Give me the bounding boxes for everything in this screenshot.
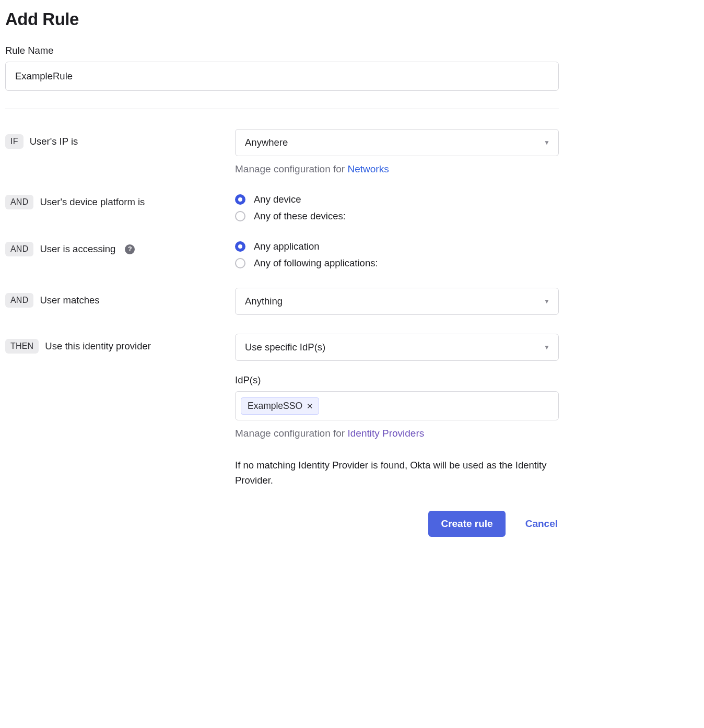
radio-app-specific-label: Any of following applications:	[254, 257, 378, 269]
cancel-button[interactable]: Cancel	[524, 511, 559, 537]
rule-name-label: Rule Name	[5, 45, 559, 56]
tag-then: THEN	[5, 339, 39, 354]
ip-hint: Manage configuration for Networks	[235, 163, 559, 175]
matches-select-value: Anything	[245, 296, 283, 307]
networks-link[interactable]: Networks	[347, 163, 389, 174]
idp-mode-select[interactable]: Use specific IdP(s) ▼	[235, 334, 559, 361]
radio-app-any-label: Any application	[254, 241, 319, 252]
close-icon[interactable]: ✕	[307, 402, 313, 410]
page-title: Add Rule	[5, 9, 559, 29]
idp-hint: Manage configuration for Identity Provid…	[235, 428, 559, 439]
rule-name-input[interactable]	[5, 62, 559, 91]
ip-select-value: Anywhere	[245, 137, 288, 148]
tag-if: IF	[5, 134, 24, 149]
idps-input[interactable]: ExampleSSO ✕	[235, 391, 559, 420]
tag-and-accessing: AND	[5, 242, 33, 256]
condition-ip-label: User's IP is	[30, 136, 78, 147]
radio-device-specific-label: Any of these devices:	[254, 210, 346, 222]
radio-app-specific[interactable]	[235, 258, 245, 268]
identity-providers-link[interactable]: Identity Providers	[347, 428, 424, 439]
radio-app-any[interactable]	[235, 241, 245, 252]
radio-device-any[interactable]	[235, 194, 245, 205]
matches-select[interactable]: Anything ▼	[235, 288, 559, 315]
divider	[5, 109, 559, 109]
condition-device-label: User's device platform is	[40, 196, 145, 208]
action-idp-label: Use this identity provider	[45, 340, 151, 352]
idp-mode-select-value: Use specific IdP(s)	[245, 342, 325, 353]
idp-chip-label: ExampleSSO	[248, 401, 302, 412]
create-rule-button[interactable]: Create rule	[428, 511, 505, 537]
idps-label: IdP(s)	[235, 374, 559, 386]
ip-select[interactable]: Anywhere ▼	[235, 129, 559, 156]
tag-and-matches: AND	[5, 293, 33, 308]
fallback-note: If no matching Identity Provider is foun…	[235, 458, 559, 488]
idp-chip: ExampleSSO ✕	[241, 397, 319, 415]
caret-down-icon: ▼	[544, 344, 550, 351]
caret-down-icon: ▼	[544, 298, 550, 305]
tag-and-device: AND	[5, 195, 33, 209]
radio-device-specific[interactable]	[235, 211, 245, 221]
help-icon[interactable]: ?	[125, 244, 135, 254]
condition-accessing-label: User is accessing	[40, 243, 115, 255]
radio-device-any-label: Any device	[254, 194, 301, 205]
caret-down-icon: ▼	[544, 139, 550, 146]
condition-matches-label: User matches	[40, 295, 99, 306]
